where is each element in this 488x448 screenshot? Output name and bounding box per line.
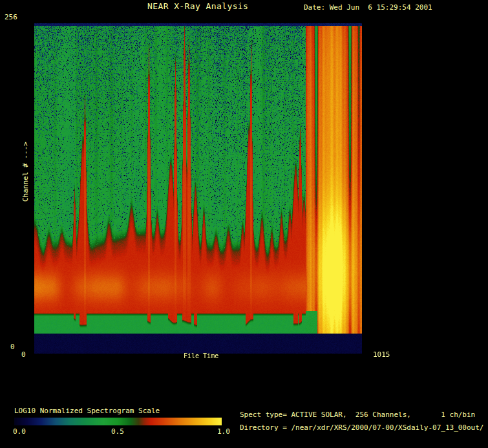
spect-type-line: Spect type= ACTIVE SOLAR, 256 Channels, …: [240, 411, 475, 419]
page-title: NEAR X-Ray Analysis: [147, 3, 248, 10]
y-axis-tick-min: 0: [10, 343, 15, 351]
colorbar-gradient: [14, 418, 222, 425]
colorbar-tick-0: 0.0: [13, 428, 26, 436]
colorbar-title: LOG10 Normalized Spectrogram Scale: [14, 407, 160, 415]
near-xray-analysis-window: NEAR X-Ray Analysis Date: Wed Jun 6 15:2…: [0, 0, 488, 448]
x-axis-tick-max: 1015: [373, 351, 390, 359]
x-axis-label: File Time: [184, 352, 218, 360]
y-axis-tick-max: 256: [5, 14, 17, 21]
spectrogram-canvas: [34, 23, 362, 354]
x-axis-tick-min: 0: [21, 351, 26, 359]
y-axis-label: Channel # --->: [22, 142, 30, 202]
colorbar-tick-1: 0.5: [111, 428, 124, 436]
date-label: Date: Wed Jun 6 15:29:54 2001: [304, 4, 432, 12]
colorbar-tick-2: 1.0: [217, 428, 230, 436]
directory-line: Directory = /near/xdr/XRS/2000/07-00/XSd…: [240, 424, 484, 432]
